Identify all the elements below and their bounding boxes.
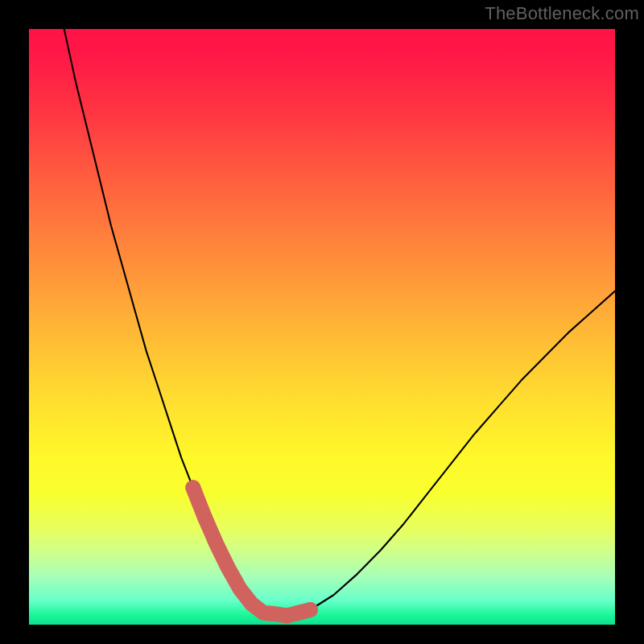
watermark-text: TheBottleneck.com xyxy=(485,3,639,24)
highlight-dot xyxy=(303,602,318,617)
highlight-dot xyxy=(197,510,213,525)
chart-svg xyxy=(29,29,615,625)
chart-frame: TheBottleneck.com xyxy=(0,0,644,644)
curve-layer xyxy=(64,29,615,623)
highlight-dot xyxy=(185,480,200,495)
bottleneck-curve-path xyxy=(64,29,615,616)
plot-area xyxy=(29,29,615,625)
highlight-underlay xyxy=(193,488,311,616)
highlight-marker-layer xyxy=(64,29,615,623)
